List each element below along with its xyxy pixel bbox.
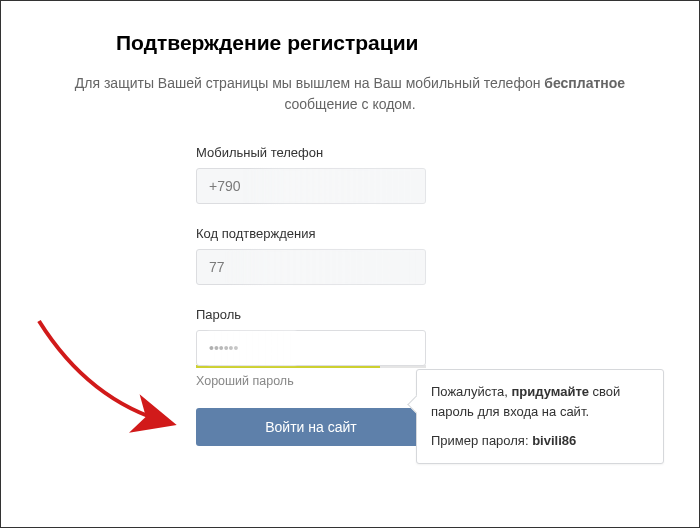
submit-button[interactable]: Войти на сайт <box>196 408 426 446</box>
password-tooltip: Пожалуйста, придумайте свой пароль для в… <box>416 369 664 464</box>
phone-field-group: Мобильный телефон <box>196 145 426 204</box>
page-title: Подтверждение регистрации <box>41 31 659 55</box>
phone-input[interactable] <box>196 168 426 204</box>
password-input[interactable] <box>196 330 426 366</box>
annotation-arrow-icon <box>29 311 209 451</box>
code-input[interactable] <box>196 249 426 285</box>
code-field-group: Код подтверждения <box>196 226 426 285</box>
password-strength-text: Хороший пароль <box>196 374 426 388</box>
code-label: Код подтверждения <box>196 226 426 241</box>
password-field-group: Пароль Хороший пароль <box>196 307 426 388</box>
phone-label: Мобильный телефон <box>196 145 426 160</box>
password-label: Пароль <box>196 307 426 322</box>
form: Мобильный телефон Код подтверждения Паро… <box>196 145 426 446</box>
page-subtitle: Для защиты Вашей страницы мы вышлем на В… <box>41 73 659 115</box>
registration-confirm-panel: Подтверждение регистрации Для защиты Ваш… <box>0 0 700 528</box>
